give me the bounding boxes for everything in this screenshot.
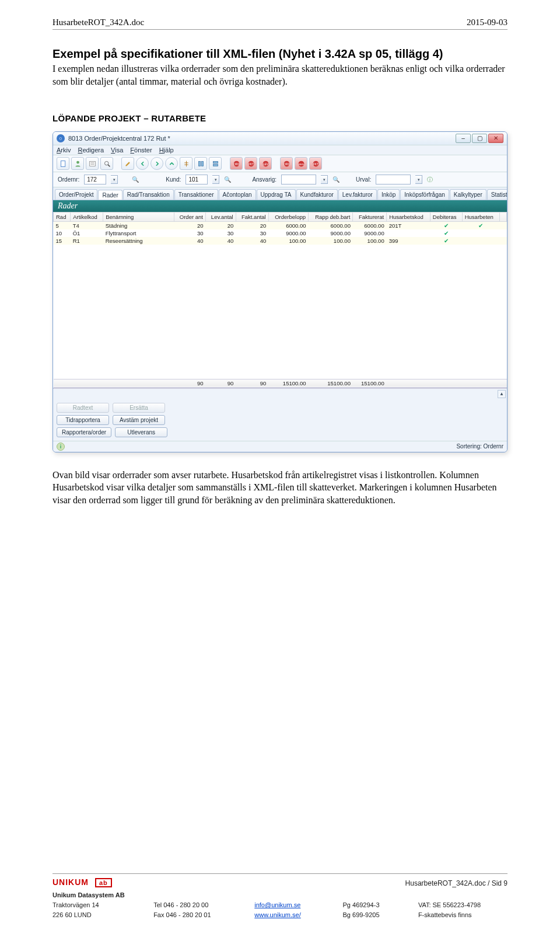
toolbar-red4-icon[interactable]: ORD — [280, 157, 293, 170]
toolbar-tree-icon[interactable] — [180, 157, 192, 170]
menu-hjalp[interactable]: Hjälp — [159, 147, 174, 154]
footer-fs: F-skattebevis finns — [418, 911, 508, 919]
toolbar-edit-icon[interactable] — [121, 157, 134, 170]
menu-redigera[interactable]: Redigera — [78, 147, 104, 154]
svg-rect-0 — [61, 161, 65, 166]
footer-company: Unikum Datasystem AB — [52, 891, 142, 900]
col-husarbetskod[interactable]: Husarbetskod — [387, 213, 430, 222]
footer-web-link[interactable]: www.unikum.se/ — [254, 911, 300, 918]
col-benamning[interactable]: Benämning — [103, 213, 174, 222]
total-cell: 90 — [205, 379, 236, 387]
tab-uppdrag-ta[interactable]: Uppdrag TA — [257, 189, 296, 200]
col-levantal[interactable]: Lev.antal — [205, 213, 236, 222]
cell: 5 — [54, 222, 71, 230]
kund-input[interactable]: 101 — [186, 175, 208, 184]
header-filename: HusarbeteROT_342A.doc — [52, 18, 144, 27]
toolbar-back-icon[interactable] — [136, 157, 149, 170]
svg-rect-10 — [213, 164, 218, 166]
ansvarig-dropdown-icon[interactable]: ▾ — [321, 175, 328, 184]
cell: 6000.00 — [268, 222, 308, 230]
menu-arkiv[interactable]: Arkiv — [57, 147, 71, 154]
toolbar-red5-icon[interactable]: REG — [295, 157, 307, 170]
logo-sub: ab — [95, 878, 112, 887]
col-orderant[interactable]: Order ant — [174, 213, 205, 222]
ansvarig-input[interactable] — [281, 175, 316, 184]
titlebar: ○ 8013 Order/Projektcentral 172 Rut * – … — [53, 132, 507, 145]
rapportera-button[interactable]: Rapportera/order — [57, 427, 111, 437]
scroll-corner: ▲ — [53, 388, 507, 399]
tab-levfakturor[interactable]: Lev.fakturor — [338, 189, 377, 200]
col-orderbelopp[interactable]: Orderbelopp — [268, 213, 308, 222]
ordernr-dropdown-icon[interactable]: ▾ — [111, 175, 118, 184]
tab-statistik[interactable]: Statistik — [487, 189, 507, 200]
footer-mail-link[interactable]: info@unikum.se — [254, 901, 300, 908]
search-ordernr-icon[interactable]: 🔍 — [132, 176, 139, 183]
svg-rect-2 — [89, 161, 95, 166]
urval-input[interactable] — [376, 175, 411, 184]
table-row[interactable]: 5 T4 Städning 20 20 20 6000.00 6000.00 6… — [54, 222, 507, 230]
tab-order-projekt[interactable]: Order/Projekt — [55, 189, 97, 200]
toolbar-rows-icon[interactable] — [209, 157, 222, 170]
toolbar-columns-icon[interactable] — [194, 157, 207, 170]
tab-rad-transaktion[interactable]: Rad/Transaktion — [123, 189, 174, 200]
toolbar-red6-icon[interactable]: FKT — [309, 157, 322, 170]
tab-rader[interactable]: Rader — [98, 190, 122, 200]
status-sort-label: Sortering: Ordernr — [456, 443, 503, 450]
section-header: Rader — [53, 200, 507, 212]
menu-fonster[interactable]: Fönster — [130, 147, 152, 154]
ordernr-label: Ordernr: — [58, 176, 79, 183]
col-artikelkod[interactable]: Artikelkod — [71, 213, 103, 222]
menubar: Arkiv Redigera Visa Fönster Hjälp — [53, 145, 507, 155]
tab-kalkyltyper[interactable]: Kalkyltyper — [450, 189, 487, 200]
toolbar-new-icon[interactable] — [57, 157, 69, 170]
tab-inkopsforfragan[interactable]: Inköpsförfrågan — [400, 189, 449, 200]
utleverans-button[interactable]: Utleverans — [115, 427, 167, 437]
minimize-button[interactable]: – — [456, 134, 471, 143]
tab-transaktioner[interactable]: Transaktioner — [174, 189, 218, 200]
toolbar-list-icon[interactable] — [86, 157, 99, 170]
cell: 6000.00 — [308, 222, 352, 230]
toolbar-search-icon[interactable] — [100, 157, 113, 170]
urval-dropdown-icon[interactable]: ▾ — [415, 175, 422, 184]
tab-acontoplan[interactable]: Aĉontoplan — [219, 189, 256, 200]
tidrapportera-button[interactable]: Tidrapportera — [57, 415, 109, 425]
toolbar-red3-icon[interactable]: LEV — [259, 157, 272, 170]
col-fakturerat[interactable]: Fakturerat — [353, 213, 387, 222]
avstam-button[interactable]: Avstäm projekt — [113, 415, 165, 425]
empty-space — [54, 245, 507, 379]
cell: Flyttransport — [103, 229, 174, 237]
ordernr-input[interactable]: 172 — [84, 175, 106, 184]
toolbar-red2-icon[interactable]: FKT — [244, 157, 257, 170]
footer-addr2: 226 60 LUND — [52, 911, 142, 919]
col-rad[interactable]: Rad — [54, 213, 71, 222]
tab-inkop[interactable]: Inköp — [377, 189, 400, 200]
toolbar-red1-icon[interactable]: ORD — [230, 157, 243, 170]
table-row[interactable]: 15 R1 Reseersättning 40 40 40 100.00 100… — [54, 237, 507, 245]
toolbar-forward-icon[interactable] — [150, 157, 163, 170]
kund-dropdown-icon[interactable]: ▾ — [212, 175, 219, 184]
totals-row: 90 90 90 15100.00 15100.00 15100.00 — [54, 379, 507, 387]
scroll-up-icon[interactable]: ▲ — [498, 390, 506, 398]
cell: Reseersättning — [103, 237, 174, 245]
col-husarbeten[interactable]: Husarbeten — [462, 213, 499, 222]
menu-visa[interactable]: Visa — [111, 147, 123, 154]
svg-line-6 — [108, 165, 110, 166]
cell — [387, 229, 430, 237]
status-info-icon[interactable]: i — [57, 443, 65, 451]
total-cell: 15100.00 — [268, 379, 308, 387]
col-faktantal[interactable]: Fakt.antal — [236, 213, 268, 222]
maximize-button[interactable]: ▢ — [472, 134, 487, 143]
cell: 9000.00 — [268, 229, 308, 237]
search-kund-icon[interactable]: 🔍 — [224, 176, 231, 183]
search-ansvarig-icon[interactable]: 🔍 — [332, 176, 340, 183]
toolbar-user-icon[interactable] — [71, 157, 84, 170]
toolbar-up-icon[interactable] — [165, 157, 178, 170]
info-urval-icon[interactable]: ⓘ — [427, 176, 433, 184]
close-button[interactable]: ✕ — [488, 134, 503, 143]
col-rappdebbart[interactable]: Rapp deb.bart — [308, 213, 352, 222]
table-row[interactable]: 10 Ö1 Flyttransport 30 30 30 9000.00 900… — [54, 229, 507, 237]
app-window: ○ 8013 Order/Projektcentral 172 Rut * – … — [52, 131, 508, 452]
tab-kundfakturor[interactable]: Kundfakturor — [296, 189, 338, 200]
ersatta-button: Ersätta — [113, 403, 165, 413]
col-debiteras[interactable]: Debiteras — [430, 213, 462, 222]
